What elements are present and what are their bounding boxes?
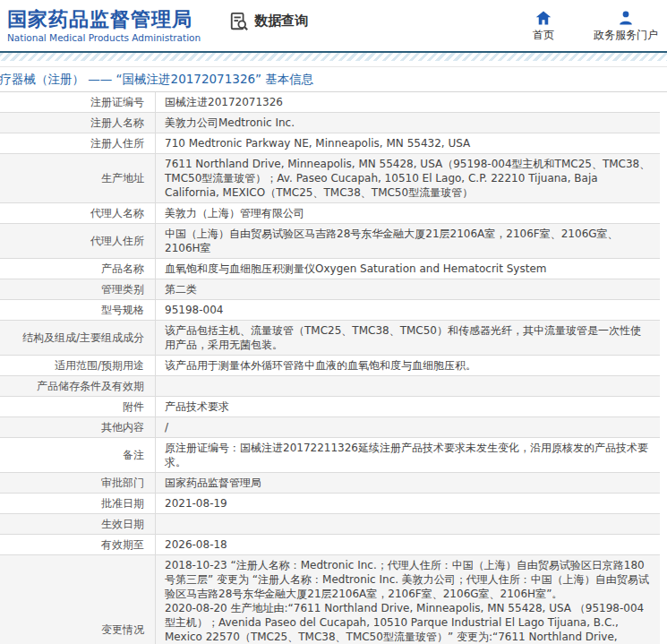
table-row: 注册证编号国械注进20172071326 — [0, 92, 660, 113]
row-label-text: 代理人住所 — [90, 234, 144, 248]
logo-subtitle: National Medical Products Administration — [7, 31, 201, 44]
table-row: 适用范围/预期用途该产品用于测量体外循环管路中血液的血氧饱和度与血细胞压积。 — [0, 356, 660, 376]
row-label: 代理人名称 — [0, 203, 155, 223]
data-query-title: 数据查询 — [254, 13, 308, 30]
row-label: 代理人住所 — [0, 224, 155, 258]
table-row: 附件产品技术要求 — [0, 397, 660, 417]
row-label-text: 备注 — [123, 448, 144, 462]
row-value: 2026-08-18 — [155, 535, 660, 554]
table-row: 生产地址7611 Northland Drive, Minneapolis, M… — [0, 154, 660, 203]
table-row: 有效期至2026-08-18 — [0, 535, 660, 555]
row-value: / — [155, 417, 660, 437]
table-row: 产品名称血氧饱和度与血细胞压积测量仪Oxygen Saturation and … — [0, 259, 660, 279]
striped-band — [0, 51, 667, 67]
table-row: 变更情况2018-10-23 “注册人名称：Medtronic Inc.；代理人… — [0, 555, 660, 644]
row-label-text: 变更情况 — [101, 623, 144, 637]
row-value: 95198-004 — [155, 300, 660, 320]
row-label-text: 型号规格 — [101, 303, 144, 317]
row-label: 型号规格 — [0, 300, 155, 320]
row-label: 产品名称 — [0, 259, 155, 279]
row-value: 该产品用于测量体外循环管路中血液的血氧饱和度与血细胞压积。 — [155, 356, 660, 375]
nav-home-label: 首页 — [533, 29, 554, 41]
row-label-text: 管理类别 — [101, 282, 144, 296]
table-row: 管理类别第二类 — [0, 279, 660, 300]
row-value: 第二类 — [155, 279, 660, 299]
row-label-text: 审批部门 — [101, 476, 144, 490]
row-label: 变更情况 — [0, 555, 155, 644]
logo-title: 国家药品监督管理局 — [7, 8, 201, 31]
row-value: 中国（上海）自由贸易试验区马吉路28号东华金融大厦21层2106A室，2106F… — [155, 224, 660, 258]
row-label-text: 产品名称 — [101, 262, 144, 276]
row-value: 国械注进20172071326 — [155, 92, 660, 112]
row-label: 生产地址 — [0, 154, 155, 202]
breadcrumb: 医疗器械（注册） —— “国械注进20172071326” 基本信息 — [0, 72, 313, 88]
nav-portal[interactable]: 政务服务门户 — [594, 10, 658, 41]
row-label-text: 其他内容 — [101, 420, 144, 434]
row-label: 管理类别 — [0, 279, 155, 299]
data-query-icon — [229, 12, 249, 31]
row-value: 血氧饱和度与血细胞压积测量仪Oxygen Saturation and Hema… — [155, 259, 660, 279]
row-label: 附件 — [0, 397, 155, 416]
table-row: 备注原注册证编号：国械注进20172211326延续注册产品技术要求未发生变化，… — [0, 438, 660, 473]
row-label-text: 适用范围/预期用途 — [55, 358, 144, 373]
table-row: 其他内容/ — [0, 417, 660, 438]
row-value: 美敦力（上海）管理有限公司 — [155, 203, 660, 223]
row-value: 产品技术要求 — [155, 397, 660, 416]
row-label-text: 产品储存条件及有效期 — [37, 379, 144, 393]
row-label-text: 注册证编号 — [90, 95, 144, 109]
table-row: 产品储存条件及有效期 — [0, 376, 660, 397]
data-query-section: 数据查询 — [229, 12, 308, 31]
row-label: 备注 — [0, 438, 155, 472]
row-value: 美敦力公司Medtronic Inc. — [155, 113, 660, 133]
table-row: 型号规格95198-004 — [0, 300, 660, 321]
row-label-text: 有效期至 — [101, 537, 144, 552]
site-header: 国家药品监督管理局 National Medical Products Admi… — [0, 0, 667, 51]
row-value — [155, 514, 660, 534]
row-label-text: 代理人名称 — [90, 206, 144, 220]
row-value: 2021-08-19 — [155, 494, 660, 513]
home-icon — [535, 10, 552, 26]
row-value: 710 Medtronic Parkway NE, Minneapolis, M… — [155, 133, 660, 153]
table-row: 生效日期 — [0, 514, 660, 535]
row-label: 有效期至 — [0, 535, 155, 554]
info-table: 注册证编号国械注进20172071326注册人名称美敦力公司Medtronic … — [0, 92, 660, 644]
row-value: 原注册证编号：国械注进20172211326延续注册产品技术要求未发生变化，沿用… — [155, 438, 660, 472]
row-label-text: 批准日期 — [101, 496, 144, 511]
row-label-text: 生产地址 — [101, 171, 144, 185]
table-row: 代理人住所中国（上海）自由贸易试验区马吉路28号东华金融大厦21层2106A室，… — [0, 224, 660, 259]
row-value: 国家药品监督管理局 — [155, 473, 660, 493]
row-label: 注册证编号 — [0, 92, 155, 112]
table-row: 注册人名称美敦力公司Medtronic Inc. — [0, 113, 660, 133]
row-label: 注册人住所 — [0, 133, 155, 153]
row-value: 7611 Northland Drive, Minneapolis, MN 55… — [155, 154, 660, 202]
row-label: 生效日期 — [0, 514, 155, 534]
row-label-text: 附件 — [123, 399, 144, 414]
table-row: 注册人住所710 Medtronic Parkway NE, Minneapol… — [0, 133, 660, 154]
row-label-text: 注册人名称 — [90, 116, 144, 130]
user-icon — [618, 10, 634, 26]
row-label: 审批部门 — [0, 473, 155, 493]
row-label: 注册人名称 — [0, 113, 155, 133]
row-label: 其他内容 — [0, 417, 155, 437]
row-label: 批准日期 — [0, 494, 155, 513]
row-label: 结构及组成/主要组成成分 — [0, 321, 155, 355]
table-row: 结构及组成/主要组成成分该产品包括主机、流量玻管（TMC25、TMC38、TMC… — [0, 321, 660, 356]
row-label: 产品储存条件及有效期 — [0, 376, 155, 396]
row-label-text: 结构及组成/主要组成成分 — [22, 331, 144, 345]
breadcrumb-bar: 医疗器械（注册） —— “国械注进20172071326” 基本信息 — [0, 67, 667, 92]
table-row: 审批部门国家药品监督管理局 — [0, 473, 660, 494]
row-value — [155, 376, 660, 396]
nav-home[interactable]: 首页 — [533, 10, 554, 41]
row-label: 适用范围/预期用途 — [0, 356, 155, 375]
row-value: 2018-10-23 “注册人名称：Medtronic Inc.；代理人住所：中… — [155, 555, 660, 644]
row-label-text: 生效日期 — [101, 517, 144, 531]
table-row: 代理人名称美敦力（上海）管理有限公司 — [0, 203, 660, 224]
row-label-text: 注册人住所 — [90, 136, 144, 150]
nav-portal-label: 政务服务门户 — [594, 29, 658, 41]
table-row: 批准日期2021-08-19 — [0, 494, 660, 514]
nmpa-logo: 国家药品监督管理局 National Medical Products Admi… — [7, 8, 201, 44]
row-value: 该产品包括主机、流量玻管（TMC25、TMC38、TMC50）和传感器光纤，其中… — [155, 321, 660, 355]
